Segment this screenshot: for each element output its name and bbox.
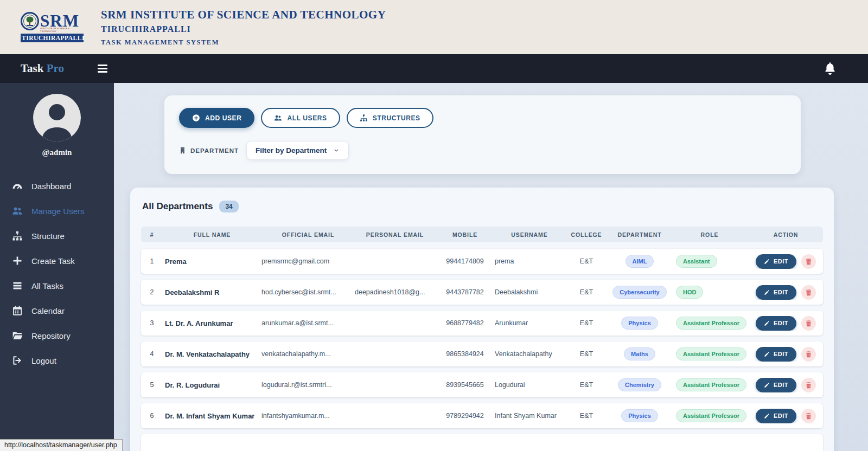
- cell-full-name: Dr. R. Logudurai: [163, 381, 261, 389]
- cell-num: 2: [141, 288, 163, 296]
- cell-official-email: venkatachalapathy.m...: [261, 350, 355, 358]
- column-header: MOBILE: [435, 231, 495, 238]
- folder-icon: [12, 330, 23, 341]
- cell-personal-email: deepadinesh1018@g...: [355, 288, 435, 296]
- pencil-icon: [764, 259, 770, 265]
- building-icon: [179, 147, 186, 154]
- sidebar-item-label: Manage Users: [31, 207, 85, 216]
- edit-label: EDIT: [774, 351, 788, 357]
- cell-num: 1: [141, 257, 163, 265]
- logo-small-text: INSTITUTE OF SCIENCE & TECHNOLOGY: [40, 27, 84, 33]
- top-navbar: Task Pro: [0, 54, 868, 83]
- sidebar-item-label: Dashboard: [31, 182, 71, 191]
- sidebar-item-all-tasks[interactable]: All Tasks: [0, 273, 114, 298]
- cell-full-name: Lt. Dr. A. Arunkumar: [163, 319, 261, 327]
- cell-department: Physics: [609, 317, 671, 330]
- cell-mobile: 9443787782: [435, 288, 495, 296]
- sidebar-item-dashboard[interactable]: Dashboard: [0, 173, 114, 198]
- sidebar-item-calendar[interactable]: Calendar: [0, 298, 114, 323]
- edit-button[interactable]: EDIT: [756, 316, 796, 331]
- edit-button[interactable]: EDIT: [756, 285, 796, 300]
- cell-role: Assistant: [671, 255, 749, 268]
- cell-full-name: Dr. M. Venkatachalapathy: [163, 350, 261, 358]
- department-filter-label: DEPARTMENT: [179, 147, 239, 154]
- cell-role: Assistant Professor: [671, 409, 749, 422]
- sidebar-item-structure[interactable]: Structure: [0, 223, 114, 248]
- table-row: 6Dr. M. Infant Shyam Kumarinfantshyamkum…: [141, 403, 823, 428]
- sidebar-item-label: Repository: [31, 331, 71, 340]
- sidebar-item-manage-users[interactable]: Manage Users: [0, 198, 114, 223]
- delete-button[interactable]: [801, 409, 816, 423]
- all-users-button[interactable]: ALL USERS: [261, 108, 340, 128]
- table-row: 2Deebalakshmi Rhod.cybersec@ist.srmt...d…: [141, 280, 823, 305]
- add-user-button[interactable]: ADD USER: [179, 108, 254, 128]
- hamburger-icon[interactable]: [98, 65, 107, 73]
- avatar[interactable]: [33, 94, 81, 141]
- action-card: ADD USERALL USERSSTRUCTURES DEPARTMENT F…: [164, 95, 801, 174]
- edit-label: EDIT: [774, 413, 788, 419]
- cell-action: EDIT: [749, 285, 823, 300]
- sidebar-item-label: Create Task: [31, 256, 75, 266]
- delete-button[interactable]: [801, 347, 816, 362]
- users-icon: [274, 114, 282, 122]
- plus-icon: [12, 255, 23, 266]
- system-title: TASK MANAGEMENT SYSTEM: [101, 38, 386, 47]
- cell-num: 4: [141, 350, 163, 358]
- department-badge: Physics: [621, 409, 658, 422]
- cell-official-email: infantshyamkumar.m...: [261, 412, 355, 420]
- cell-official-email: logudurai.r@ist.srmtri...: [261, 381, 355, 389]
- sidebar-item-label: All Tasks: [31, 281, 63, 291]
- pencil-icon: [764, 351, 770, 357]
- column-header: ROLE: [671, 231, 749, 238]
- sidebar-item-label: Logout: [31, 356, 56, 365]
- edit-button[interactable]: EDIT: [756, 254, 796, 269]
- cell-action: EDIT: [749, 347, 823, 362]
- pencil-icon: [764, 289, 770, 295]
- cell-college: E&T: [564, 412, 609, 420]
- bell-icon[interactable]: [824, 62, 837, 75]
- table-title: All Departments: [142, 201, 213, 212]
- role-badge: HOD: [676, 286, 703, 299]
- sidebar-item-logout[interactable]: Logout: [0, 348, 114, 373]
- cell-department: AIML: [609, 255, 671, 268]
- cell-full-name: Prema: [163, 257, 261, 266]
- count-badge: 34: [219, 201, 238, 212]
- sitemap-icon: [360, 114, 368, 122]
- cell-mobile: 9944174809: [435, 257, 495, 265]
- main-content: ADD USERALL USERSSTRUCTURES DEPARTMENT F…: [114, 83, 868, 451]
- cell-username: Arunkumar: [495, 319, 564, 327]
- cell-college: E&T: [564, 257, 609, 265]
- calendar-icon: [12, 305, 23, 316]
- column-header: FULL NAME: [163, 231, 261, 238]
- cell-mobile: 9865384924: [435, 350, 495, 358]
- button-label: ADD USER: [205, 114, 241, 122]
- cell-official-email: premsrmc@gmail.com: [261, 257, 355, 265]
- cell-username: Logudurai: [495, 381, 564, 389]
- role-badge: Assistant Professor: [676, 347, 746, 360]
- column-header: #: [141, 231, 163, 238]
- cell-official-email: arunkumar.a@ist.srmt...: [261, 319, 355, 327]
- structures-button[interactable]: STRUCTURES: [347, 108, 433, 128]
- sidebar-item-label: Structure: [31, 231, 65, 241]
- delete-button[interactable]: [801, 285, 816, 300]
- sidebar-item-create-task[interactable]: Create Task: [0, 248, 114, 273]
- column-header: USERNAME: [495, 231, 564, 238]
- delete-button[interactable]: [801, 316, 816, 331]
- table-row: 5Dr. R. Logudurailogudurai.r@ist.srmtri.…: [141, 372, 823, 397]
- delete-button[interactable]: [801, 378, 816, 392]
- department-filter-select[interactable]: Filter by Department: [246, 141, 349, 160]
- trash-icon: [805, 258, 812, 265]
- delete-button[interactable]: [801, 254, 816, 269]
- edit-button[interactable]: EDIT: [756, 347, 796, 362]
- edit-button[interactable]: EDIT: [756, 409, 796, 423]
- cell-role: HOD: [671, 286, 749, 299]
- column-header: ACTION: [749, 231, 823, 238]
- sidebar-item-repository[interactable]: Repository: [0, 323, 114, 348]
- edit-label: EDIT: [774, 289, 788, 295]
- pencil-icon: [764, 413, 770, 419]
- cell-num: 5: [141, 381, 163, 389]
- cell-action: EDIT: [749, 409, 823, 423]
- cell-college: E&T: [564, 319, 609, 327]
- cell-mobile: 8939545665: [435, 381, 495, 389]
- edit-button[interactable]: EDIT: [756, 378, 796, 392]
